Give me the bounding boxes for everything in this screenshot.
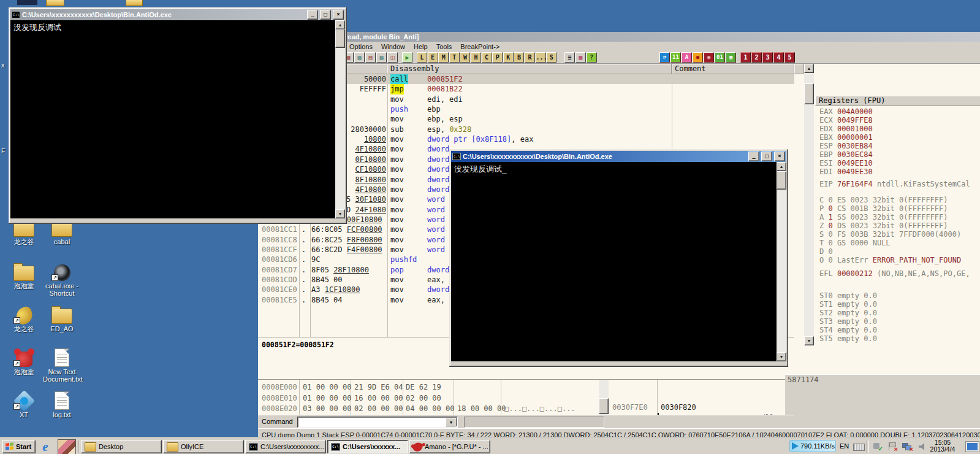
command-combobox[interactable]: ▼ xyxy=(297,417,458,428)
maximize-button[interactable]: □ xyxy=(320,10,331,20)
taskbar-button[interactable]: OllyICE xyxy=(163,440,244,453)
console1-titlebar[interactable]: C:\ C:\Users\xxxxxxxxxxx\Desktop\Bin.Ant… xyxy=(10,9,345,20)
taskbar-button[interactable]: Desktop xyxy=(81,440,162,453)
network-disconnected-icon[interactable]: × xyxy=(902,442,912,451)
register-line[interactable]: ST4 empty 0.0 xyxy=(815,326,980,334)
toolbar-number-3[interactable]: 3 xyxy=(762,52,773,63)
scroll-up-button[interactable]: ▲ xyxy=(335,20,345,29)
toolbar-number-5[interactable]: 5 xyxy=(784,52,795,63)
column-header-disassembly[interactable]: Disassembly xyxy=(387,64,672,74)
minimize-button[interactable]: _ xyxy=(307,10,318,20)
console2-body[interactable]: 没发现反调试_ ▲ ▼ xyxy=(451,162,786,361)
taskbar-button[interactable]: Amano - [*G.P.U* - ... xyxy=(409,440,490,453)
toolbar-button[interactable]: ▣ xyxy=(726,52,736,63)
toolbar-button[interactable]: 11 xyxy=(670,52,681,63)
register-line[interactable]: EAX 004A0000 xyxy=(815,107,980,116)
desktop-icon[interactable]: 泡泡堂 xyxy=(5,260,43,290)
toolbar-letter-K[interactable]: K xyxy=(503,52,514,63)
stack-row[interactable]: 0030F7E0 0030F820 xyxy=(609,402,794,413)
minimize-button[interactable]: _ xyxy=(748,152,759,161)
menu-item-tools[interactable]: Tools xyxy=(432,43,457,50)
toolbar-letter-L[interactable]: L xyxy=(417,52,427,63)
toolbar-letter-C[interactable]: C xyxy=(482,52,492,63)
ie-quicklaunch-icon[interactable]: e xyxy=(38,440,53,453)
register-line[interactable]: EDI 0049EE30 xyxy=(815,167,980,176)
register-line[interactable]: ESP 0030EB84 xyxy=(815,142,980,150)
register-line[interactable]: C 0 ES 0023 32bit 0(FFFFFFFF) xyxy=(815,196,980,204)
toolbar-button[interactable]: A xyxy=(682,52,692,63)
taskbar-button[interactable]: C:\C:\Users\xxxxxxxxx... xyxy=(245,440,326,453)
register-line[interactable]: ST1 empty 0.0 xyxy=(815,300,980,309)
register-line[interactable]: Z 0 DS 0023 32bit 0(FFFFFFFF) xyxy=(815,221,980,230)
hexdump-row[interactable]: 0008E010 01 00 00 0016 00 00 0002 00 00 xyxy=(258,393,599,404)
ollydbg-titlebar[interactable]: read, module Bin_Anti] xyxy=(258,32,980,42)
column-header-comment[interactable]: Comment xyxy=(672,64,794,74)
toolbar-button[interactable]: ▤ xyxy=(365,52,376,63)
scrollbar-thumb[interactable] xyxy=(335,29,345,48)
toolbar-letter-M[interactable]: M xyxy=(438,52,449,63)
scrollbar-thumb[interactable] xyxy=(804,83,814,104)
toolbar-number-2[interactable]: 2 xyxy=(751,52,762,63)
toolbar-letter-S[interactable]: S xyxy=(546,52,556,63)
desktop-icon[interactable]: log.txt xyxy=(43,389,81,418)
register-line[interactable]: EIP 76F164F4 ntdll.KiFastSystemCal xyxy=(815,180,980,188)
scroll-up-button[interactable]: ▲ xyxy=(804,64,814,73)
console1-body[interactable]: 没发现反调试 ▲ ▼ xyxy=(10,20,345,218)
download-speed-badge[interactable]: 790.11KB/s xyxy=(789,440,836,452)
register-line[interactable]: S 0 FS 003B 32bit 7FFDF000(4000) xyxy=(815,230,980,239)
register-line[interactable]: D 0 xyxy=(815,247,980,256)
registers-pane[interactable]: Registers (FPU) EAX 004A0000ECX 0049FFE8… xyxy=(815,96,980,406)
toolbar-letter-T[interactable]: T xyxy=(449,52,460,63)
toolbar-button[interactable]: ◉ xyxy=(704,52,714,63)
toolbar-letter-B[interactable]: B xyxy=(514,52,524,63)
toolbar-letter-H[interactable]: H xyxy=(471,52,481,63)
desktop-icon[interactable]: ↗ 泡泡堂 xyxy=(5,346,43,375)
console2-scrollbar[interactable]: ▲ ▼ xyxy=(777,162,786,361)
toolbar-button[interactable]: ≡ xyxy=(564,52,575,63)
scroll-up-button[interactable]: ▲ xyxy=(777,162,786,171)
register-line[interactable]: EBP 0030EC84 xyxy=(815,150,980,159)
console1-scrollbar[interactable]: ▲ ▼ xyxy=(335,20,345,218)
register-line[interactable]: ST5 empty 0.0 xyxy=(815,334,980,343)
scroll-down-button[interactable]: ▼ xyxy=(777,352,786,361)
register-line[interactable]: ECX 0049FFE8 xyxy=(815,116,980,125)
scroll-down-button[interactable]: ▼ xyxy=(335,209,345,218)
console2-titlebar[interactable]: C:\ C:\Users\xxxxxxxxxxx\Desktop\Bin.Ant… xyxy=(451,151,786,162)
close-button[interactable]: × xyxy=(774,152,785,161)
register-line[interactable]: EBX 00000001 xyxy=(815,133,980,142)
desktop-icon[interactable]: New Text Document.txt xyxy=(43,346,81,383)
toolbar-letter-R[interactable]: R xyxy=(525,52,535,63)
toolbar-button[interactable]: ● xyxy=(693,52,703,63)
menu-item-window[interactable]: Window xyxy=(377,43,409,50)
register-line[interactable]: ST2 empty 0.0 xyxy=(815,309,980,317)
anime-quicklaunch-icon[interactable] xyxy=(58,439,76,454)
scrollbar-thumb[interactable] xyxy=(777,171,786,190)
toolbar-letter-W[interactable]: W xyxy=(460,52,470,63)
toolbar-button[interactable]: ▦ xyxy=(575,52,586,63)
toolbar-number-1[interactable]: 1 xyxy=(740,52,751,63)
register-line[interactable]: EFL 00000212 (NO,NB,NE,A,NS,PO,GE, xyxy=(815,269,980,278)
keyboard-icon[interactable] xyxy=(853,444,865,451)
register-line[interactable]: A 1 SS 0023 32bit 0(FFFFFFFF) xyxy=(815,213,980,221)
register-line[interactable]: ESI 0049EE10 xyxy=(815,159,980,167)
flag-tray-icon[interactable]: × xyxy=(887,442,897,451)
console-window-2[interactable]: C:\ C:\Users\xxxxxxxxxxx\Desktop\Bin.Ant… xyxy=(449,149,788,367)
run-button[interactable]: ▶ xyxy=(402,52,412,63)
register-line[interactable]: EDX 00001000 xyxy=(815,125,980,133)
menu-item-options[interactable]: Options xyxy=(345,43,377,50)
register-line[interactable]: T 0 GS 0000 NULL xyxy=(815,239,980,247)
console-window-1[interactable]: C:\ C:\Users\xxxxxxxxxxx\Desktop\Bin.Ant… xyxy=(9,7,347,224)
show-desktop-icon[interactable] xyxy=(966,442,979,452)
menu-item-breakpointgt[interactable]: BreakPoint-> xyxy=(456,43,504,50)
toolbar-button[interactable]: ◫ xyxy=(387,52,398,63)
register-line[interactable]: O 0 LastErr ERROR_PATH_NOT_FOUND xyxy=(815,256,980,264)
toolbar-number-4[interactable]: 4 xyxy=(773,52,784,63)
register-line[interactable]: ST0 empty 0.0 xyxy=(815,291,980,300)
toolbar-letter-E[interactable]: E xyxy=(428,52,438,63)
desktop-icon[interactable]: ↗ XT xyxy=(5,389,43,418)
toolbar-button[interactable]: ▧ xyxy=(376,52,387,63)
register-line[interactable]: ST3 empty 0.0 xyxy=(815,317,980,326)
dump-scrollbar[interactable]: ▼ xyxy=(599,379,609,415)
chevron-down-icon[interactable]: ▼ xyxy=(446,418,457,426)
taskbar-button[interactable]: C:\C:\Users\xxxxxx... xyxy=(327,440,408,453)
